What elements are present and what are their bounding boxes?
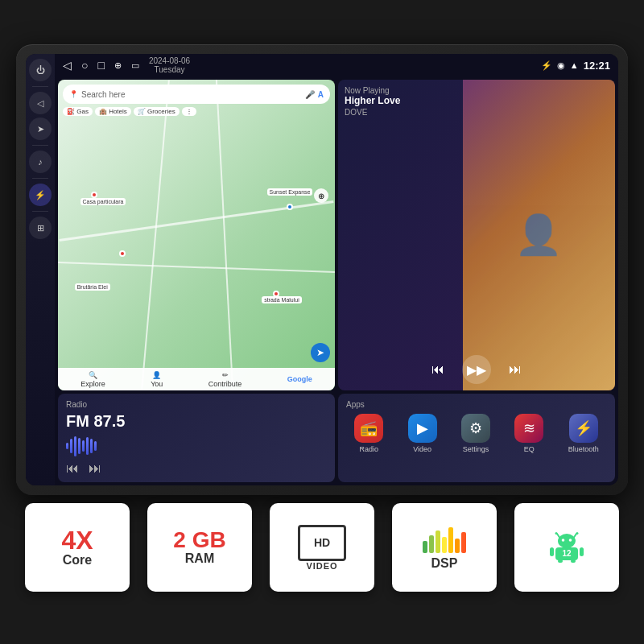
map-pin-2 xyxy=(119,250,126,257)
poi-more[interactable]: ⋮ xyxy=(182,107,196,116)
music-prev-button[interactable]: ⏮ xyxy=(427,358,449,381)
sidebar-divider-2 xyxy=(32,145,48,146)
apps-widget: Apps 📻 Radio ▶ Video ⚙ xyxy=(338,394,615,482)
date-text: 2024-08-06 xyxy=(149,56,190,65)
spec-cpu-value: 4X xyxy=(61,527,93,553)
map-label-sunset: Sunset Expanse xyxy=(267,188,313,196)
android-robot-icon: 12 xyxy=(549,532,584,563)
status-icons: ⚡ ◉ ▲ 12:21 xyxy=(541,60,610,72)
app-video-icon: ▶ xyxy=(408,414,437,443)
radio-controls: ⏮ ⏭ xyxy=(66,461,327,476)
content-area: Casa particulara Brutăria Elei Sunset Ex… xyxy=(55,76,618,485)
pin-nav-button[interactable]: ⊕ xyxy=(114,60,122,71)
sidebar-divider-3 xyxy=(32,178,48,179)
svg-rect-11 xyxy=(571,559,576,563)
music-next-button[interactable]: ⏭ xyxy=(504,358,526,381)
menu-nav-button[interactable]: ▭ xyxy=(131,60,139,71)
back-sidebar-button[interactable]: ◁ xyxy=(29,92,52,114)
music-widget[interactable]: 👤 Now Playing Higher Love DOVE ⏮ ▶▶ ⏭ xyxy=(338,80,615,390)
back-nav-button[interactable]: ◁ xyxy=(63,59,72,72)
app-settings[interactable]: ⚙ Settings xyxy=(461,414,490,453)
android-icon-group: 12 xyxy=(549,532,584,563)
radio-next-button[interactable]: ⏭ xyxy=(89,461,101,476)
map-nav-button[interactable]: ➤ xyxy=(311,343,330,362)
wave-bar-4 xyxy=(78,438,80,454)
date-display: 2024-08-06 Tuesday xyxy=(149,56,190,74)
map-search-bar[interactable]: 📍 Search here 🎤 A xyxy=(63,85,330,104)
map-google-logo: Google xyxy=(287,375,312,383)
svg-rect-10 xyxy=(558,559,563,563)
map-compass[interactable]: ⊕ xyxy=(314,188,328,203)
map-pin-3 xyxy=(287,204,293,210)
bluetooth-status-icon: ⚡ xyxy=(541,60,552,71)
map-explore-btn[interactable]: 🔍Explore xyxy=(80,371,105,388)
app-video-label: Video xyxy=(413,445,431,453)
wave-bar-2 xyxy=(70,439,72,453)
maps-a-icon: A xyxy=(318,90,324,99)
mic-icon[interactable]: 🎤 xyxy=(305,90,315,99)
app-eq-icon: ≋ xyxy=(514,414,543,443)
radio-waveform xyxy=(66,434,97,458)
svg-point-3 xyxy=(576,532,579,535)
radio-frequency: FM 87.5 xyxy=(66,412,327,431)
music-play-button[interactable]: ▶▶ xyxy=(462,355,491,384)
wave-bar-5 xyxy=(82,440,85,452)
music-now-playing: Now Playing xyxy=(345,86,609,95)
poi-groceries[interactable]: 🛒 Groceries xyxy=(134,107,180,116)
specs-row: 4X Core 2 GB RAM HD VIDEO DSP xyxy=(16,495,628,600)
location-status-icon: ◉ xyxy=(557,60,565,71)
bluetooth-sidebar-button[interactable]: ⚡ xyxy=(29,184,52,206)
app-video[interactable]: ▶ Video xyxy=(408,414,437,453)
dsp-bar-1 xyxy=(423,541,427,553)
app-radio-label: Radio xyxy=(359,445,378,453)
spec-ram-value: 2 GB xyxy=(173,529,225,551)
map-pin-1 xyxy=(91,192,97,198)
spec-hd-box: HD xyxy=(298,525,346,561)
time-display: 12:21 xyxy=(584,60,610,72)
wave-bar-6 xyxy=(86,437,89,455)
app-eq[interactable]: ≋ EQ xyxy=(514,414,543,453)
car-stereo-unit: ⏻ ◁ ➤ ♪ ⚡ ⊞ ◁ ○ □ ⊕ ▭ 2024-08 xyxy=(16,44,628,495)
radio-widget[interactable]: Radio FM 87.5 xyxy=(58,394,335,482)
app-radio[interactable]: 📻 Radio xyxy=(354,414,383,453)
sidebar-divider-1 xyxy=(32,86,48,87)
map-label-brutaria: Brutăria Elei xyxy=(75,283,110,291)
spec-hd-card: HD VIDEO xyxy=(270,503,374,592)
apps-label: Apps xyxy=(346,400,607,409)
map-road-v2 xyxy=(216,80,233,390)
spec-android-card: 12 xyxy=(514,503,619,592)
svg-text:12: 12 xyxy=(562,549,572,558)
nav-sidebar-button[interactable]: ➤ xyxy=(29,118,52,140)
power-button[interactable]: ⏻ xyxy=(29,59,52,81)
music-controls: ⏮ ▶▶ ⏭ xyxy=(338,355,615,384)
poi-hotels[interactable]: 🏨 Hotels xyxy=(95,107,131,116)
app-settings-label: Settings xyxy=(463,445,489,453)
map-widget[interactable]: Casa particulara Brutăria Elei Sunset Ex… xyxy=(58,80,335,390)
screen-area: ⏻ ◁ ➤ ♪ ⚡ ⊞ ◁ ○ □ ⊕ ▭ 2024-08 xyxy=(26,54,618,485)
svg-point-4 xyxy=(558,534,576,548)
dsp-bar-3 xyxy=(436,530,440,553)
layers-sidebar-button[interactable]: ⊞ xyxy=(29,217,52,239)
app-bluetooth[interactable]: ⚡ Bluetooth xyxy=(568,414,599,453)
home-nav-button[interactable]: ○ xyxy=(81,59,88,72)
app-settings-icon: ⚙ xyxy=(461,414,490,443)
music-sidebar-button[interactable]: ♪ xyxy=(29,151,52,173)
map-label-casa: Casa particulara xyxy=(80,198,126,205)
spec-video-text: VIDEO xyxy=(306,561,337,571)
map-road-v1 xyxy=(142,80,171,390)
day-text: Tuesday xyxy=(149,65,190,74)
wave-bar-7 xyxy=(90,439,93,453)
music-info: Now Playing Higher Love DOVE xyxy=(345,86,609,117)
map-you-btn[interactable]: 👤You xyxy=(151,371,163,388)
map-road-h2 xyxy=(58,262,335,273)
poi-gas[interactable]: ⛽ Gas xyxy=(63,107,93,116)
dsp-bars xyxy=(423,525,466,553)
map-contribute-btn[interactable]: ✏Contribute xyxy=(208,371,242,388)
google-maps-icon: 📍 xyxy=(69,90,78,98)
radio-prev-button[interactable]: ⏮ xyxy=(66,461,79,476)
recent-nav-button[interactable]: □ xyxy=(97,59,104,72)
apps-grid: 📻 Radio ▶ Video ⚙ Settings xyxy=(346,414,607,453)
radio-label: Radio xyxy=(66,400,327,409)
app-radio-icon: 📻 xyxy=(354,414,383,443)
left-sidebar: ⏻ ◁ ➤ ♪ ⚡ ⊞ xyxy=(26,54,55,485)
